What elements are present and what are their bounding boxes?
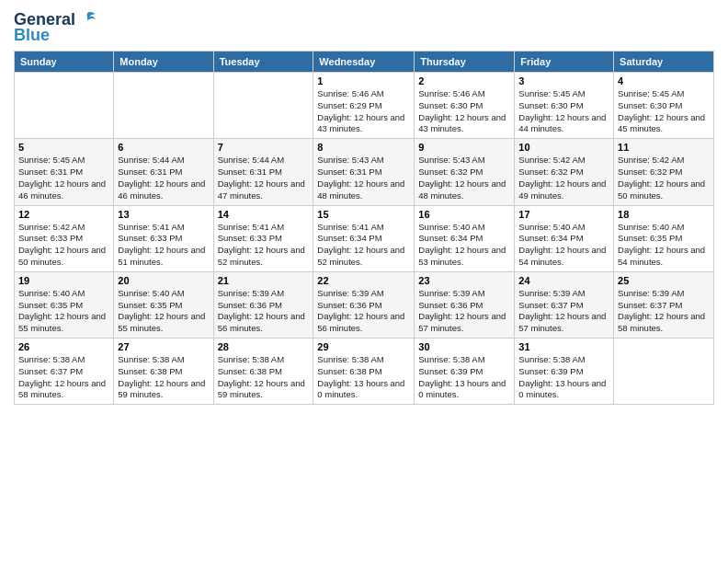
calendar-cell: 21Sunrise: 5:39 AM Sunset: 6:36 PM Dayli… [213,271,313,338]
day-header-tuesday: Tuesday [213,52,313,73]
day-info: Sunrise: 5:38 AM Sunset: 6:38 PM Dayligh… [317,354,410,401]
day-number: 10 [518,142,609,153]
calendar-cell [15,73,114,139]
day-number: 12 [18,209,109,220]
day-number: 15 [317,209,410,220]
day-info: Sunrise: 5:40 AM Sunset: 6:35 PM Dayligh… [18,288,109,335]
day-number: 28 [218,341,310,352]
calendar-cell: 30Sunrise: 5:38 AM Sunset: 6:39 PM Dayli… [415,339,515,405]
day-info: Sunrise: 5:42 AM Sunset: 6:33 PM Dayligh… [18,222,109,269]
calendar-cell: 29Sunrise: 5:38 AM Sunset: 6:38 PM Dayli… [313,339,415,405]
calendar-cell: 16Sunrise: 5:40 AM Sunset: 6:34 PM Dayli… [415,205,515,271]
day-header-friday: Friday [515,52,614,73]
day-info: Sunrise: 5:39 AM Sunset: 6:37 PM Dayligh… [618,288,710,335]
day-header-sunday: Sunday [15,52,114,73]
day-info: Sunrise: 5:45 AM Sunset: 6:30 PM Dayligh… [618,88,710,135]
day-info: Sunrise: 5:40 AM Sunset: 6:35 PM Dayligh… [118,288,209,335]
calendar-cell: 26Sunrise: 5:38 AM Sunset: 6:37 PM Dayli… [15,339,114,405]
day-info: Sunrise: 5:41 AM Sunset: 6:34 PM Dayligh… [317,222,410,269]
day-header-thursday: Thursday [415,52,515,73]
day-number: 7 [218,142,310,153]
day-number: 26 [18,341,109,352]
day-info: Sunrise: 5:39 AM Sunset: 6:36 PM Dayligh… [317,288,410,335]
day-info: Sunrise: 5:41 AM Sunset: 6:33 PM Dayligh… [218,222,310,269]
day-info: Sunrise: 5:38 AM Sunset: 6:39 PM Dayligh… [518,354,609,401]
day-number: 9 [418,142,510,153]
calendar-cell: 2Sunrise: 5:46 AM Sunset: 6:30 PM Daylig… [415,73,515,139]
calendar-cell [114,73,213,139]
calendar-cell: 19Sunrise: 5:40 AM Sunset: 6:35 PM Dayli… [15,271,114,338]
day-info: Sunrise: 5:45 AM Sunset: 6:31 PM Dayligh… [18,155,109,201]
calendar-cell: 27Sunrise: 5:38 AM Sunset: 6:38 PM Dayli… [114,339,213,405]
calendar-cell: 17Sunrise: 5:40 AM Sunset: 6:34 PM Dayli… [515,205,614,271]
day-info: Sunrise: 5:40 AM Sunset: 6:34 PM Dayligh… [418,222,510,269]
day-info: Sunrise: 5:38 AM Sunset: 6:37 PM Dayligh… [18,354,109,401]
calendar-cell: 4Sunrise: 5:45 AM Sunset: 6:30 PM Daylig… [614,73,714,139]
day-number: 30 [418,341,510,352]
day-number: 19 [18,275,109,286]
calendar-cell [614,339,714,405]
calendar-cell: 28Sunrise: 5:38 AM Sunset: 6:38 PM Dayli… [213,339,313,405]
day-number: 22 [317,275,410,286]
day-info: Sunrise: 5:41 AM Sunset: 6:33 PM Dayligh… [118,222,209,269]
day-number: 1 [317,75,410,86]
calendar-cell: 6Sunrise: 5:44 AM Sunset: 6:31 PM Daylig… [114,139,213,205]
day-info: Sunrise: 5:39 AM Sunset: 6:36 PM Dayligh… [418,288,510,335]
day-info: Sunrise: 5:38 AM Sunset: 6:39 PM Dayligh… [418,354,510,401]
day-number: 24 [518,275,609,286]
calendar-cell: 3Sunrise: 5:45 AM Sunset: 6:30 PM Daylig… [515,73,614,139]
day-info: Sunrise: 5:38 AM Sunset: 6:38 PM Dayligh… [218,354,310,401]
logo-bird-icon [77,9,97,29]
calendar-week-2: 5Sunrise: 5:45 AM Sunset: 6:31 PM Daylig… [15,139,714,205]
calendar-cell: 10Sunrise: 5:42 AM Sunset: 6:32 PM Dayli… [515,139,614,205]
day-number: 11 [618,142,710,153]
calendar-cell: 23Sunrise: 5:39 AM Sunset: 6:36 PM Dayli… [415,271,515,338]
calendar-cell: 20Sunrise: 5:40 AM Sunset: 6:35 PM Dayli… [114,271,213,338]
calendar-cell: 14Sunrise: 5:41 AM Sunset: 6:33 PM Dayli… [213,205,313,271]
calendar-cell: 9Sunrise: 5:43 AM Sunset: 6:32 PM Daylig… [415,139,515,205]
day-number: 3 [518,75,609,86]
calendar-cell [213,73,313,139]
calendar-cell: 15Sunrise: 5:41 AM Sunset: 6:34 PM Dayli… [313,205,415,271]
calendar-cell: 25Sunrise: 5:39 AM Sunset: 6:37 PM Dayli… [614,271,714,338]
day-info: Sunrise: 5:46 AM Sunset: 6:30 PM Dayligh… [418,88,510,135]
calendar-cell: 31Sunrise: 5:38 AM Sunset: 6:39 PM Dayli… [515,339,614,405]
calendar-week-1: 1Sunrise: 5:46 AM Sunset: 6:29 PM Daylig… [15,73,714,139]
day-header-saturday: Saturday [614,52,714,73]
logo: General Blue [14,9,97,45]
logo-blue: Blue [14,26,50,45]
day-number: 27 [118,341,209,352]
day-info: Sunrise: 5:42 AM Sunset: 6:32 PM Dayligh… [518,155,609,201]
day-number: 21 [218,275,310,286]
day-number: 23 [418,275,510,286]
day-number: 6 [118,142,209,153]
calendar-week-4: 19Sunrise: 5:40 AM Sunset: 6:35 PM Dayli… [15,271,714,338]
page: General Blue SundayMondayTuesdayWednesda… [0,0,728,563]
day-header-wednesday: Wednesday [313,52,415,73]
day-info: Sunrise: 5:43 AM Sunset: 6:31 PM Dayligh… [317,155,410,201]
day-info: Sunrise: 5:39 AM Sunset: 6:36 PM Dayligh… [218,288,310,335]
calendar-cell: 7Sunrise: 5:44 AM Sunset: 6:31 PM Daylig… [213,139,313,205]
calendar-cell: 13Sunrise: 5:41 AM Sunset: 6:33 PM Dayli… [114,205,213,271]
day-number: 18 [618,209,710,220]
calendar-cell: 18Sunrise: 5:40 AM Sunset: 6:35 PM Dayli… [614,205,714,271]
day-number: 5 [18,142,109,153]
calendar-cell: 22Sunrise: 5:39 AM Sunset: 6:36 PM Dayli… [313,271,415,338]
day-number: 8 [317,142,410,153]
day-info: Sunrise: 5:44 AM Sunset: 6:31 PM Dayligh… [218,155,310,201]
calendar-cell: 24Sunrise: 5:39 AM Sunset: 6:37 PM Dayli… [515,271,614,338]
calendar-cell: 12Sunrise: 5:42 AM Sunset: 6:33 PM Dayli… [15,205,114,271]
day-number: 4 [618,75,710,86]
day-number: 13 [118,209,209,220]
calendar-cell: 5Sunrise: 5:45 AM Sunset: 6:31 PM Daylig… [15,139,114,205]
calendar-cell: 1Sunrise: 5:46 AM Sunset: 6:29 PM Daylig… [313,73,415,139]
day-info: Sunrise: 5:39 AM Sunset: 6:37 PM Dayligh… [518,288,609,335]
calendar-week-3: 12Sunrise: 5:42 AM Sunset: 6:33 PM Dayli… [15,205,714,271]
calendar-week-5: 26Sunrise: 5:38 AM Sunset: 6:37 PM Dayli… [15,339,714,405]
day-info: Sunrise: 5:40 AM Sunset: 6:35 PM Dayligh… [618,222,710,269]
day-info: Sunrise: 5:43 AM Sunset: 6:32 PM Dayligh… [418,155,510,201]
day-number: 16 [418,209,510,220]
day-number: 29 [317,341,410,352]
header: General Blue [14,9,714,45]
day-number: 2 [418,75,510,86]
